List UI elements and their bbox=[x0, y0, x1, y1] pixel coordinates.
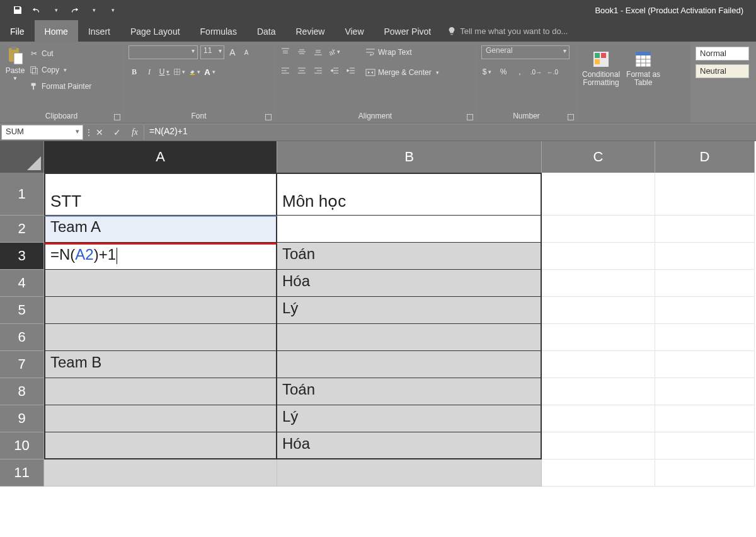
borders-button[interactable] bbox=[174, 66, 185, 78]
decrease-decimal-button[interactable]: ←.0 bbox=[547, 66, 558, 78]
tab-power-pivot[interactable]: Power Pivot bbox=[374, 20, 442, 42]
align-center-icon[interactable] bbox=[296, 64, 307, 77]
row-header-3[interactable]: 3 bbox=[0, 243, 44, 270]
name-box[interactable]: SUM bbox=[1, 125, 83, 140]
tab-formulas[interactable]: Formulas bbox=[190, 20, 247, 42]
cell-D8[interactable] bbox=[655, 378, 755, 405]
conditional-formatting-button[interactable]: Conditional Formatting bbox=[582, 49, 620, 87]
style-normal[interactable]: Normal bbox=[696, 47, 749, 61]
tab-data[interactable]: Data bbox=[247, 20, 286, 42]
cell-D2[interactable] bbox=[655, 216, 755, 243]
style-neutral[interactable]: Neutral bbox=[696, 64, 749, 78]
bold-button[interactable]: B bbox=[129, 66, 140, 78]
cell-D7[interactable] bbox=[655, 351, 755, 378]
font-size-combo[interactable]: 11 bbox=[200, 45, 224, 59]
cell-B5[interactable]: Lý bbox=[277, 297, 542, 324]
cell-B6[interactable] bbox=[277, 324, 542, 351]
wrap-text-button[interactable]: Wrap Text bbox=[365, 45, 439, 59]
cell-A1[interactable]: STT bbox=[44, 173, 277, 216]
increase-font-button[interactable]: A bbox=[227, 46, 238, 59]
tab-page-layout[interactable]: Page Layout bbox=[120, 20, 190, 42]
orientation-button[interactable]: ab bbox=[329, 45, 340, 58]
increase-decimal-button[interactable]: .0→ bbox=[530, 66, 542, 78]
number-format-combo[interactable]: General bbox=[481, 45, 570, 59]
cancel-formula-button[interactable]: ✕ bbox=[91, 125, 108, 140]
cell-A11[interactable] bbox=[44, 459, 277, 487]
align-middle-icon[interactable] bbox=[296, 45, 307, 58]
align-bottom-icon[interactable] bbox=[312, 45, 324, 58]
format-painter-button[interactable]: Format Painter bbox=[29, 79, 91, 93]
row-header-6[interactable]: 6 bbox=[0, 324, 44, 351]
cell-A10[interactable] bbox=[44, 432, 277, 459]
cell-C7[interactable] bbox=[542, 351, 655, 378]
cell-D1[interactable] bbox=[655, 173, 755, 216]
cell-A5[interactable] bbox=[44, 297, 277, 324]
column-header-A[interactable]: A bbox=[44, 141, 277, 173]
number-dialog-launcher[interactable] bbox=[568, 114, 574, 120]
align-top-icon[interactable] bbox=[280, 45, 291, 58]
increase-indent-icon[interactable] bbox=[345, 64, 357, 77]
save-icon[interactable] bbox=[13, 5, 23, 15]
comma-format-button[interactable]: , bbox=[514, 66, 525, 78]
insert-function-button[interactable]: fx bbox=[126, 125, 144, 140]
cell-C10[interactable] bbox=[542, 432, 655, 459]
format-as-table-button[interactable]: Format as Table bbox=[626, 49, 660, 87]
cell-C3[interactable] bbox=[542, 243, 655, 270]
tab-view[interactable]: View bbox=[335, 20, 374, 42]
tab-review[interactable]: Review bbox=[286, 20, 335, 42]
alignment-dialog-launcher[interactable] bbox=[467, 114, 473, 120]
column-header-D[interactable]: D bbox=[655, 141, 755, 173]
tell-me-search[interactable]: Tell me what you want to do... bbox=[441, 20, 574, 42]
cell-D5[interactable] bbox=[655, 297, 755, 324]
tab-file[interactable]: File bbox=[0, 20, 35, 42]
qat-customize-icon[interactable] bbox=[107, 5, 117, 15]
underline-button[interactable]: U bbox=[159, 66, 170, 78]
cell-A4[interactable] bbox=[44, 270, 277, 297]
cell-A6[interactable] bbox=[44, 324, 277, 351]
redo-icon[interactable] bbox=[69, 5, 79, 15]
italic-button[interactable]: I bbox=[144, 66, 155, 78]
align-left-icon[interactable] bbox=[280, 64, 291, 77]
select-all-button[interactable] bbox=[0, 141, 44, 173]
cell-A7[interactable]: Team B bbox=[44, 351, 277, 378]
cell-D9[interactable] bbox=[655, 405, 755, 432]
row-header-9[interactable]: 9 bbox=[0, 405, 44, 432]
cell-D4[interactable] bbox=[655, 270, 755, 297]
cell-D6[interactable] bbox=[655, 324, 755, 351]
row-header-11[interactable]: 11 bbox=[0, 459, 44, 487]
font-color-button[interactable]: A bbox=[204, 66, 215, 78]
cell-B9[interactable]: Lý bbox=[277, 405, 542, 432]
cell-A2[interactable]: Team A bbox=[44, 216, 277, 243]
cell-C6[interactable] bbox=[542, 324, 655, 351]
cell-B8[interactable]: Toán bbox=[277, 378, 542, 405]
fill-color-button[interactable] bbox=[189, 66, 200, 78]
cell-B10[interactable]: Hóa bbox=[277, 432, 542, 459]
row-header-7[interactable]: 7 bbox=[0, 351, 44, 378]
enter-formula-button[interactable]: ✓ bbox=[108, 125, 126, 140]
column-header-B[interactable]: B bbox=[277, 141, 542, 173]
cell-B3[interactable]: Toán bbox=[277, 243, 542, 270]
cell-C8[interactable] bbox=[542, 378, 655, 405]
cell-B4[interactable]: Hóa bbox=[277, 270, 542, 297]
percent-format-button[interactable]: % bbox=[498, 66, 509, 78]
cut-button[interactable]: ✂ Cut bbox=[29, 47, 91, 61]
cell-C5[interactable] bbox=[542, 297, 655, 324]
cell-D11[interactable] bbox=[655, 459, 755, 487]
row-header-5[interactable]: 5 bbox=[0, 297, 44, 324]
cell-B7[interactable] bbox=[277, 351, 542, 378]
decrease-font-button[interactable]: A bbox=[241, 46, 252, 59]
accounting-format-button[interactable]: $ bbox=[481, 66, 493, 78]
column-header-C[interactable]: C bbox=[542, 141, 655, 173]
cell-B1[interactable]: Môn học bbox=[277, 173, 542, 216]
row-header-2[interactable]: 2 bbox=[0, 216, 44, 243]
align-right-icon[interactable] bbox=[312, 64, 324, 77]
cell-A3[interactable]: =N(A2)+1 bbox=[44, 243, 277, 270]
row-header-10[interactable]: 10 bbox=[0, 432, 44, 459]
cell-D10[interactable] bbox=[655, 432, 755, 459]
formula-bar-grip[interactable]: ⋮ bbox=[86, 126, 91, 139]
cell-B11[interactable] bbox=[277, 459, 542, 487]
redo-dropdown-icon[interactable] bbox=[88, 5, 98, 15]
cell-C1[interactable] bbox=[542, 173, 655, 216]
font-dialog-launcher[interactable] bbox=[265, 114, 272, 120]
clipboard-dialog-launcher[interactable] bbox=[114, 114, 120, 120]
